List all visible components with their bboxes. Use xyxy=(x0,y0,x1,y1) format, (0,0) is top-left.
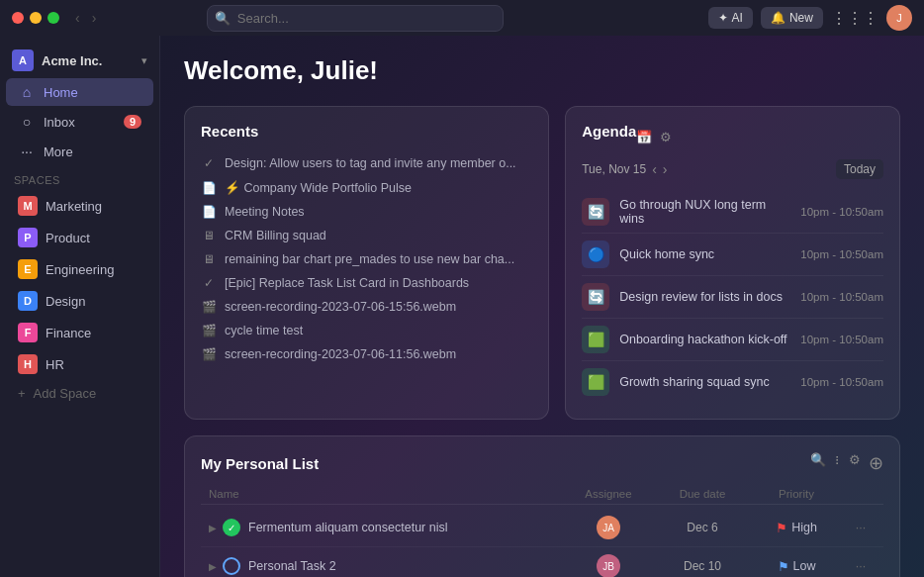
avatar: JB xyxy=(597,554,620,577)
titlebar: ‹ › 🔍 ✦ AI 🔔 New ⋮⋮⋮ J xyxy=(0,0,924,36)
task-status-progress xyxy=(223,557,240,575)
grid-icon[interactable]: ⋮⋮⋮ xyxy=(831,9,878,28)
engineering-label: Engineering xyxy=(46,262,114,277)
forward-arrow[interactable]: › xyxy=(88,8,101,28)
assignee-cell: JA xyxy=(559,516,658,539)
list-item[interactable]: 🎬 cycle time test xyxy=(201,319,532,342)
sidebar-item-hr[interactable]: H HR xyxy=(6,349,153,379)
row-more-button[interactable]: ··· xyxy=(846,521,876,534)
cards-row: Recents ✓ Design: Allow users to tag and… xyxy=(184,106,900,420)
due-date-cell: Dec 6 xyxy=(658,521,747,534)
workspace-name: Acme Inc. xyxy=(42,53,134,68)
filter-icon[interactable]: ⫶ xyxy=(834,452,841,474)
today-button[interactable]: Today xyxy=(836,159,883,179)
expand-icon[interactable]: ▶ xyxy=(209,561,217,572)
main-content: Welcome, Julie! Recents ✓ Design: Allow … xyxy=(160,36,924,577)
list-item[interactable]: 📄 ⚡ Company Wide Portfolio Pulse xyxy=(201,175,532,200)
recent-item-text: Design: Allow users to tag and invite an… xyxy=(225,156,516,170)
ai-icon: ✦ xyxy=(718,11,728,25)
add-space-button[interactable]: + Add Space xyxy=(6,381,153,406)
nav-arrows: ‹ › xyxy=(71,8,100,28)
table-row[interactable]: ▶ ✓ Fermentum aliquam consectetur nisl J… xyxy=(201,509,883,547)
column-duedate: Due date xyxy=(658,488,747,500)
settings-icon[interactable]: ⚙ xyxy=(660,130,672,144)
agenda-item-time: 10pm - 10:50am xyxy=(800,206,883,218)
list-item[interactable]: 🖥 remaining bar chart pre_mades to use n… xyxy=(201,247,532,271)
agenda-item-name: Onboarding hackathon kick-off xyxy=(619,333,790,346)
engineering-icon: E xyxy=(18,259,38,279)
sidebar-item-design[interactable]: D Design xyxy=(6,286,153,316)
product-icon: P xyxy=(18,228,38,247)
ai-button[interactable]: ✦ AI xyxy=(708,7,753,29)
column-name: Name xyxy=(209,488,559,500)
recent-item-text: CRM Billing squad xyxy=(225,229,326,242)
sidebar-item-inbox[interactable]: ○ Inbox 9 xyxy=(6,108,153,136)
add-column-icon[interactable]: ⊕ xyxy=(869,452,883,474)
sidebar-item-engineering[interactable]: E Engineering xyxy=(6,254,153,284)
agenda-date-row: Tue, Nov 15 ‹ › Today xyxy=(582,159,883,179)
prev-arrow-icon[interactable]: ‹ xyxy=(652,161,657,177)
agenda-item-name: Design review for lists in docs xyxy=(619,290,790,304)
new-button[interactable]: 🔔 New xyxy=(761,7,823,29)
minimize-dot[interactable] xyxy=(30,12,42,24)
list-actions: 🔍 ⫶ ⚙ ⊕ xyxy=(810,452,883,474)
video-icon: 🎬 xyxy=(201,324,217,337)
agenda-date: Tue, Nov 15 xyxy=(582,162,646,176)
agenda-item-name: Growth sharing squad sync xyxy=(619,375,790,389)
spaces-section-label: Spaces xyxy=(0,166,159,190)
maximize-dot[interactable] xyxy=(47,12,59,24)
list-item[interactable]: ✓ [Epic] Replace Task List Card in Dashb… xyxy=(201,271,532,295)
agenda-item[interactable]: 🔵 Quick home sync 10pm - 10:50am xyxy=(582,234,883,276)
workspace-header[interactable]: A Acme Inc. ▾ xyxy=(0,44,159,77)
list-item[interactable]: 🎬 screen-recording-2023-07-06-11:56.webm xyxy=(201,342,532,366)
sidebar-item-marketing[interactable]: M Marketing xyxy=(6,191,153,221)
check-icon: ✓ xyxy=(201,276,217,290)
doc-icon: 📄 xyxy=(201,205,217,219)
doc-icon: 📄 xyxy=(201,181,217,195)
titlebar-right: ✦ AI 🔔 New ⋮⋮⋮ J xyxy=(708,5,912,31)
more-icon: ··· xyxy=(18,144,36,159)
user-avatar[interactable]: J xyxy=(886,5,912,31)
close-dot[interactable] xyxy=(12,12,24,24)
search-icon[interactable]: 🔍 xyxy=(810,452,826,474)
recent-item-text: cycle time test xyxy=(225,324,303,337)
marketing-icon: M xyxy=(18,196,38,216)
next-arrow-icon[interactable]: › xyxy=(663,161,668,177)
sidebar-item-finance[interactable]: F Finance xyxy=(6,318,153,347)
recent-item-text: screen-recording-2023-07-06-15:56.webm xyxy=(225,300,456,314)
assignee-cell: JB xyxy=(559,554,658,577)
list-item[interactable]: 📄 Meeting Notes xyxy=(201,200,532,224)
list-header: My Personal List 🔍 ⫶ ⚙ ⊕ xyxy=(201,452,883,474)
agenda-item-icon: 🟩 xyxy=(582,326,609,353)
agenda-item[interactable]: 🔄 Go through NUX long term wins 10pm - 1… xyxy=(582,191,883,234)
settings-icon[interactable]: ⚙ xyxy=(849,452,861,474)
sidebar-item-product[interactable]: P Product xyxy=(6,223,153,252)
personal-list-card: My Personal List 🔍 ⫶ ⚙ ⊕ Name Assignee D… xyxy=(184,435,900,577)
video-icon: 🎬 xyxy=(201,300,217,314)
list-item[interactable]: 🖥 CRM Billing squad xyxy=(201,224,532,247)
agenda-item[interactable]: 🟩 Growth sharing squad sync 10pm - 10:50… xyxy=(582,361,883,403)
inbox-label: Inbox xyxy=(44,115,116,130)
column-assignee: Assignee xyxy=(559,488,658,500)
search-container: 🔍 xyxy=(207,5,504,32)
priority-cell: ⚑ High xyxy=(747,521,846,535)
agenda-item[interactable]: 🟩 Onboarding hackathon kick-off 10pm - 1… xyxy=(582,319,883,361)
row-more-button[interactable]: ··· xyxy=(846,559,876,573)
sidebar: A Acme Inc. ▾ ⌂ Home ○ Inbox 9 ··· More … xyxy=(0,36,160,577)
priority-flag-icon: ⚑ xyxy=(778,559,789,574)
calendar-icon[interactable]: 📅 xyxy=(636,130,652,144)
list-item[interactable]: ✓ Design: Allow users to tag and invite … xyxy=(201,151,532,175)
bell-icon: 🔔 xyxy=(771,11,785,25)
sidebar-item-more[interactable]: ··· More xyxy=(6,138,153,165)
list-item[interactable]: 🎬 screen-recording-2023-07-06-15:56.webm xyxy=(201,295,532,319)
finance-label: Finance xyxy=(46,326,91,340)
design-label: Design xyxy=(46,294,85,309)
search-input[interactable] xyxy=(207,5,504,32)
table-row[interactable]: ▶ Personal Task 2 JB Dec 10 ⚑ Low ··· xyxy=(201,547,883,577)
screen-icon: 🖥 xyxy=(201,252,217,266)
agenda-item[interactable]: 🔄 Design review for lists in docs 10pm -… xyxy=(582,276,883,319)
back-arrow[interactable]: ‹ xyxy=(71,8,84,28)
task-name: Personal Task 2 xyxy=(248,559,559,573)
expand-icon[interactable]: ▶ xyxy=(209,523,217,533)
sidebar-item-home[interactable]: ⌂ Home xyxy=(6,78,153,106)
